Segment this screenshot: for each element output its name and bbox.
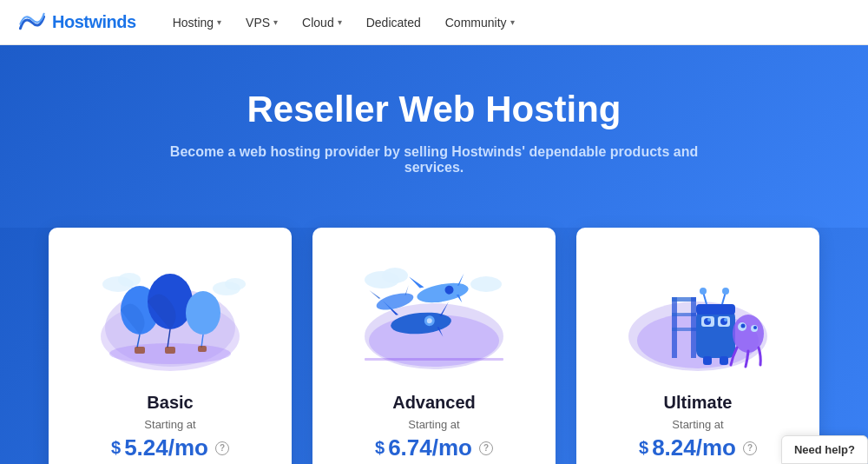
nav-label-community: Community <box>445 16 507 30</box>
svg-point-54 <box>722 288 729 295</box>
nav-item-vps: VPS▾ <box>235 10 288 35</box>
dollar-sign: $ <box>111 438 121 458</box>
nav-label-cloud: Cloud <box>302 16 334 30</box>
dollar-sign: $ <box>639 438 648 458</box>
svg-point-7 <box>186 291 220 335</box>
svg-rect-14 <box>165 347 175 354</box>
svg-point-46 <box>707 318 711 321</box>
svg-point-12 <box>225 278 246 290</box>
info-icon[interactable]: ? <box>743 441 757 455</box>
card-subtitle-basic: Starting at <box>144 418 195 431</box>
nav-label-dedicated: Dedicated <box>366 16 421 30</box>
nav-link-dedicated[interactable]: Dedicated <box>356 10 431 35</box>
logo-text: Hostwinds <box>52 12 136 32</box>
price-value: 8.24/mo <box>652 434 736 461</box>
pricing-card-ultimate[interactable]: Ultimate Starting at $ 8.24/mo ? <box>576 228 819 464</box>
svg-point-19 <box>382 268 408 283</box>
chevron-down-icon: ▾ <box>273 17 278 27</box>
svg-rect-42 <box>691 297 696 358</box>
chevron-down-icon: ▾ <box>338 17 342 27</box>
svg-rect-13 <box>135 347 145 354</box>
nav-link-hosting[interactable]: Hosting▾ <box>162 10 232 35</box>
pricing-card-basic[interactable]: Basic Starting at $ 5.24/mo ? <box>49 228 292 464</box>
card-price-basic: $ 5.24/mo ? <box>111 434 229 461</box>
card-title-advanced: Advanced <box>392 393 476 413</box>
card-illustration-advanced <box>356 254 512 375</box>
nav-label-hosting: Hosting <box>173 16 214 30</box>
nav-item-dedicated: Dedicated <box>356 10 431 35</box>
svg-rect-56 <box>720 356 728 365</box>
svg-rect-15 <box>198 346 207 352</box>
chevron-down-icon: ▾ <box>510 17 515 27</box>
price-value: 6.74/mo <box>388 434 472 461</box>
svg-rect-50 <box>696 304 735 315</box>
card-price-advanced: $ 6.74/mo ? <box>375 434 493 461</box>
svg-point-52 <box>700 288 707 295</box>
nav-item-hosting: Hosting▾ <box>162 10 232 35</box>
nav-item-cloud: Cloud▾ <box>292 10 352 35</box>
pricing-card-advanced[interactable]: Advanced Starting at $ 6.74/mo ? <box>312 228 556 464</box>
card-subtitle-advanced: Starting at <box>408 418 459 431</box>
card-title-basic: Basic <box>147 393 193 413</box>
need-help-button[interactable]: Need help? <box>781 435 868 464</box>
logo[interactable]: Hostwinds <box>17 8 136 37</box>
svg-point-59 <box>741 324 746 328</box>
svg-point-61 <box>753 326 757 329</box>
dollar-sign: $ <box>375 438 385 458</box>
nav-link-community[interactable]: Community▾ <box>435 10 525 35</box>
card-price-ultimate: $ 8.24/mo ? <box>639 434 757 461</box>
svg-point-20 <box>470 276 502 292</box>
card-illustration-basic <box>92 254 248 375</box>
svg-point-10 <box>118 273 141 287</box>
nav-item-community: Community▾ <box>435 10 525 35</box>
pricing-cards-section: Basic Starting at $ 5.24/mo ? <box>0 228 868 464</box>
svg-marker-33 <box>370 288 381 301</box>
svg-marker-22 <box>409 275 424 289</box>
price-value: 5.24/mo <box>124 434 208 461</box>
card-subtitle-ultimate: Starting at <box>672 418 723 431</box>
hero-section: Reseller Web Hosting Become a web hostin… <box>0 45 868 228</box>
main-nav: Hostwinds Hosting▾VPS▾Cloud▾DedicatedCom… <box>0 0 868 45</box>
chevron-down-icon: ▾ <box>217 17 221 27</box>
nav-link-cloud[interactable]: Cloud▾ <box>292 10 352 35</box>
svg-point-49 <box>724 318 727 321</box>
svg-rect-55 <box>703 356 712 365</box>
info-icon[interactable]: ? <box>479 441 493 455</box>
nav-link-vps[interactable]: VPS▾ <box>235 10 288 35</box>
nav-label-vps: VPS <box>246 16 270 30</box>
hero-title: Reseller Web Hosting <box>17 89 851 130</box>
card-title-ultimate: Ultimate <box>664 393 733 413</box>
card-illustration-ultimate <box>620 254 776 375</box>
hero-subtitle: Become a web hosting provider by selling… <box>165 144 703 176</box>
info-icon[interactable]: ? <box>215 441 229 455</box>
svg-rect-35 <box>365 358 503 361</box>
